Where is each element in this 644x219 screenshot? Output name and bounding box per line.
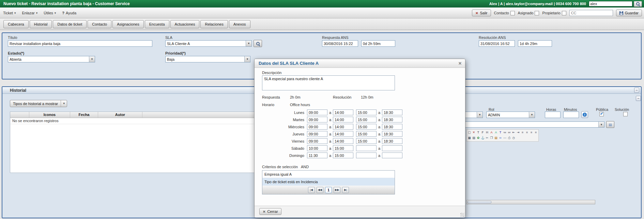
clock-icon[interactable]: ◷ [511,135,516,141]
flower-icon[interactable]: ✿ [476,135,480,141]
jueves-m1-input[interactable] [307,131,327,137]
global-search-input[interactable] [589,1,632,6]
sla-select[interactable]: SLA Cliente A ▾ [165,40,252,47]
maximize-icon[interactable]: ▢ [467,130,472,135]
jueves-t1-input[interactable] [356,131,377,137]
chevron-down-icon[interactable]: ▾ [529,112,535,118]
tab-historial[interactable]: Historial [30,20,52,28]
catalogo-button[interactable]: ▤ [606,121,614,128]
menu-ticket[interactable]: Ticket ▾ [0,9,19,17]
sabado-m1-input[interactable] [307,145,327,151]
tipos-historial-button[interactable]: Tipos de historial a mostrar ▾ [10,100,67,107]
asignado-checkbox[interactable] [535,11,539,15]
descripcion-textarea[interactable]: SLA especial para nuestro cliente A [262,75,395,90]
modal-header[interactable]: Datos del SLA SLA Cliente A ✕ [255,59,465,68]
viernes-m2-input[interactable] [333,138,353,144]
tab-cabecera[interactable]: Cabecera [3,20,29,28]
contacto-checkbox[interactable] [510,11,515,15]
table-icon[interactable]: ▦ [467,135,472,141]
prioridad-select[interactable]: Baja ▾ [165,56,250,62]
respuesta-ans-fecha-input[interactable] [322,40,358,47]
domingo-m2-input[interactable] [333,152,353,158]
chevron-down-icon[interactable]: ▾ [244,56,250,62]
publica-checkbox[interactable] [599,112,604,116]
link-icon[interactable]: ∞ [498,135,503,141]
salir-button[interactable]: ✕ Salir [472,10,491,16]
plantilla-select[interactable]: ▾ [465,121,604,128]
column-autor[interactable]: Autor [98,112,142,118]
martes-t2-input[interactable] [382,117,402,122]
cc-input[interactable] [569,10,613,16]
domingo-t2-input[interactable] [382,152,402,158]
chevron-down-icon[interactable]: ▾ [477,112,482,118]
outdent-icon[interactable]: ⇤ [511,130,516,135]
heading-icon[interactable]: H [485,130,489,135]
styles-icon[interactable]: T [498,130,503,135]
print-icon[interactable]: ⎙ [507,135,511,141]
actuacion-collapse-button[interactable]: − [636,96,641,101]
domingo-m1-input[interactable] [307,152,327,158]
pager-first-button[interactable]: |◀ [308,187,315,193]
bullet-list-icon[interactable]: ≔ [503,130,507,135]
global-search-button[interactable] [634,1,642,7]
estado-select[interactable]: Abierta ▾ [8,56,95,62]
tipo-actuacion-select[interactable]: ▾ [465,112,483,118]
lunes-t2-input[interactable] [382,110,402,115]
respuesta-ans-restante-input[interactable] [361,40,395,47]
modal-close-button[interactable]: ✕ [455,61,465,66]
cerrar-button[interactable]: ✕ Cerrar [259,208,281,215]
sabado-t2-input[interactable] [382,145,402,151]
align-center-icon[interactable]: ≡ [525,130,529,135]
propietario-checkbox[interactable] [562,11,566,15]
menu-utiles[interactable]: Útiles ▾ [41,9,59,17]
text-color-icon[interactable]: A [489,130,494,135]
resolucion-ans-fecha-input[interactable] [479,40,515,47]
solucion-checkbox[interactable] [623,112,628,116]
guardar-button[interactable]: Guardar [616,10,642,16]
align-left-icon[interactable]: ≡ [520,130,525,135]
jueves-t2-input[interactable] [382,131,402,137]
resize-grip[interactable] [460,213,464,217]
rule-icon[interactable]: ― [503,135,507,141]
copy-icon[interactable]: ❐ [489,135,494,141]
viernes-t2-input[interactable] [382,138,402,144]
criterio-row[interactable]: Empresa igual A [262,171,395,178]
tab-actuaciones[interactable]: Actuaciones [170,20,200,28]
highlight-color-icon[interactable]: A [494,130,498,135]
chevron-down-icon[interactable]: ▾ [598,122,604,127]
sabado-t1-input[interactable] [356,145,377,151]
tab-anexos[interactable]: Anexos [229,20,250,28]
column-iconos[interactable]: Iconos [29,112,70,118]
tab-relaciones[interactable]: Relaciones [200,20,228,28]
tab-asignaciones[interactable]: Asignaciones [112,20,143,28]
domingo-t1-input[interactable] [356,152,377,158]
paste-icon[interactable]: ▤ [494,135,498,141]
miercoles-t1-input[interactable] [356,124,377,130]
minutos-input[interactable] [563,112,579,118]
tab-datos-de-ticket[interactable]: Datos de ticket [53,20,87,28]
remove-format-icon[interactable]: ✕ [472,130,476,135]
font-size-icon[interactable]: T [476,130,480,135]
numbered-list-icon[interactable]: ≕ [507,130,511,135]
menu-enlazar[interactable]: Enlazar ▾ [19,9,41,17]
jueves-m2-input[interactable] [333,131,353,137]
lunes-t1-input[interactable] [356,110,377,115]
historial-collapse-button[interactable]: − [634,88,639,93]
image-icon[interactable]: ▨ [472,135,476,141]
menu-ayuda[interactable]: ? Ayuda [59,9,79,17]
resolucion-ans-restante-input[interactable] [518,40,552,47]
sla-lookup-button[interactable] [254,40,262,47]
column-fecha[interactable]: Fecha [70,112,98,118]
pager-page-button[interactable]: 1 [325,187,332,193]
cut-icon[interactable]: ✂ [485,135,489,141]
scrollbar-thumb[interactable] [467,201,491,203]
titulo-input[interactable] [8,40,152,47]
miercoles-m2-input[interactable] [333,124,353,130]
info-button[interactable]: i [581,111,588,118]
viernes-m1-input[interactable] [307,138,327,144]
viernes-t1-input[interactable] [356,138,377,144]
horizontal-scrollbar[interactable] [466,200,595,204]
miercoles-m1-input[interactable] [307,124,327,130]
martes-t1-input[interactable] [356,117,377,122]
martes-m1-input[interactable] [307,117,327,122]
